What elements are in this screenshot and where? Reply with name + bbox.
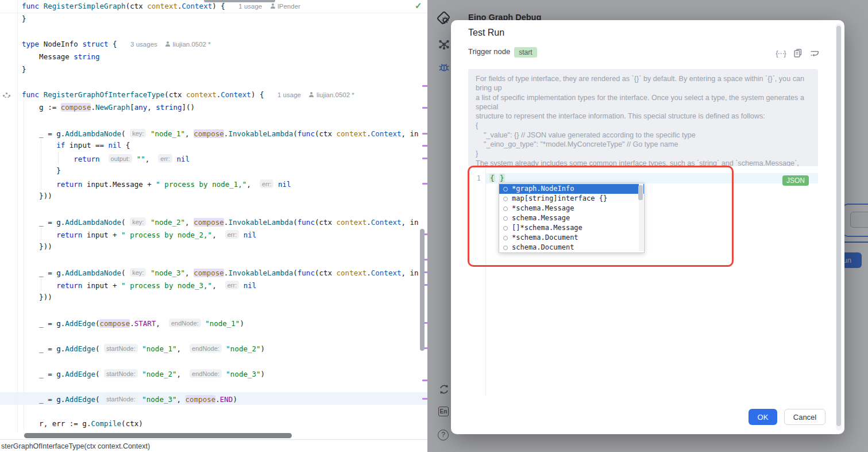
- app-root: func RegisterSimpleGraph(ctx context.Con…: [0, 0, 868, 452]
- code-line[interactable]: _ = g.AddLambdaNode( key: "node_2", comp…: [22, 215, 427, 228]
- code-line[interactable]: _ = g.AddEdge( startNode: "node_1", endN…: [22, 342, 427, 354]
- author-lens[interactable]: liujian.0502 *: [165, 41, 211, 48]
- dropdown-item[interactable]: schema.Message: [499, 213, 644, 223]
- code-line[interactable]: [22, 380, 427, 392]
- editor-line-content[interactable]: { }: [489, 173, 505, 183]
- change-marker: [422, 145, 427, 147]
- eino-graph-gutter-icon[interactable]: [2, 90, 11, 99]
- code-line[interactable]: g := compose.NewGraph[any, string](): [22, 101, 427, 114]
- close-brace: }: [499, 174, 505, 182]
- dropdown-scrollbar[interactable]: [639, 184, 643, 251]
- code-line[interactable]: }: [22, 63, 427, 76]
- type-radio-icon: [503, 246, 508, 250]
- change-marker: [422, 85, 427, 87]
- code-line[interactable]: }: [22, 13, 427, 25]
- code-line[interactable]: })): [22, 240, 427, 253]
- type-radio-icon: [503, 226, 508, 231]
- breadcrumb[interactable]: sterGraphOfInterfaceType(ctx context.Con…: [0, 439, 427, 452]
- change-marker: [422, 158, 427, 159]
- eino-debug-panel: Eino Graph Debug: [427, 0, 868, 452]
- code-line[interactable]: [22, 253, 427, 266]
- change-marker: [422, 133, 427, 135]
- code-line[interactable]: _ = g.AddEdge(compose.START, endNode: "n…: [22, 316, 427, 329]
- dropdown-item[interactable]: schema.Document: [499, 243, 644, 252]
- code-line[interactable]: _ = g.AddEdge( startNode: "node_2", endN…: [22, 367, 427, 380]
- test-run-modal: Test Run Trigger nodestart {⋯}: [451, 20, 844, 434]
- dropdown-item[interactable]: []*schema.Message: [499, 223, 644, 233]
- type-radio-icon: [503, 236, 508, 240]
- top-scroll-indicator[interactable]: [204, 0, 275, 2]
- dropdown-item[interactable]: *schema.Document: [499, 233, 644, 243]
- code-line[interactable]: _ = g.AddLambdaNode( key: "node_1", comp…: [22, 127, 427, 139]
- code-line[interactable]: })): [22, 190, 427, 202]
- code-line[interactable]: [22, 76, 427, 89]
- editor-gutter-separator: [485, 166, 486, 395]
- modal-scrollbar-thumb[interactable]: [836, 26, 841, 426]
- go-code-editor[interactable]: func RegisterSimpleGraph(ctx context.Con…: [0, 0, 427, 452]
- code-line[interactable]: return output: "", err: nil: [22, 152, 427, 164]
- change-marker: [422, 107, 427, 109]
- code-line[interactable]: }: [22, 164, 427, 177]
- line-number: 1: [468, 173, 481, 183]
- code-line[interactable]: func RegisterGraphOfInterfaceType(ctx co…: [22, 89, 427, 101]
- code-line[interactable]: return input + " process by node_3,", er…: [22, 278, 427, 291]
- code-area[interactable]: func RegisterSimpleGraph(ctx context.Con…: [0, 0, 427, 432]
- wrap-line-icon[interactable]: [809, 48, 820, 59]
- dropdown-item[interactable]: *schema.Message: [499, 204, 644, 213]
- author-icon: [270, 3, 275, 9]
- trigger-node-badge: start: [514, 47, 537, 58]
- open-brace: {: [489, 174, 495, 182]
- change-marker: [422, 398, 427, 400]
- author-lens[interactable]: liujian.0502 *: [309, 91, 354, 98]
- editor-vertical-scrollbar[interactable]: [420, 229, 425, 351]
- usages-lens[interactable]: 1 usage: [238, 3, 262, 10]
- type-radio-icon: [503, 216, 508, 221]
- editor-horizontal-scrollbar[interactable]: [24, 433, 292, 438]
- code-line[interactable]: type NodeInfo struct { 3 usagesliujian.0…: [22, 38, 427, 51]
- json-input-editor[interactable]: 1 { } JSON *graph.NodeInfomap[string]int…: [468, 166, 818, 396]
- change-marker: [422, 380, 427, 381]
- code-line[interactable]: r, err := g.Compile(ctx): [22, 417, 427, 430]
- change-marker: [422, 183, 427, 185]
- modal-title: Test Run: [468, 28, 504, 38]
- code-line[interactable]: _ = g.AddLambdaNode( key: "node_3", comp…: [22, 266, 427, 278]
- trigger-node-row: Trigger nodestart: [468, 47, 537, 60]
- author-icon: [165, 41, 171, 47]
- type-autocomplete-dropdown[interactable]: *graph.NodeInfomap[string]interface {}*s…: [499, 183, 645, 253]
- gutter-separator: [17, 0, 18, 432]
- code-line[interactable]: Message string: [22, 51, 427, 63]
- dropdown-item[interactable]: map[string]interface {}: [499, 194, 644, 204]
- code-line[interactable]: [22, 202, 427, 215]
- copy-icon[interactable]: [793, 48, 803, 59]
- code-line[interactable]: if input == nil {: [22, 139, 427, 152]
- ok-button[interactable]: OK: [749, 409, 777, 425]
- cancel-button[interactable]: Cancel: [784, 409, 825, 425]
- inspections-ok-icon[interactable]: ✓: [415, 1, 422, 11]
- breadcrumb-text: sterGraphOfInterfaceType(ctx context.Con…: [1, 442, 150, 450]
- usages-lens[interactable]: 3 usages: [130, 41, 157, 48]
- code-line[interactable]: [22, 114, 427, 127]
- type-radio-icon: [503, 187, 508, 191]
- code-line[interactable]: [22, 304, 427, 316]
- json-format-badge: JSON: [782, 175, 809, 186]
- code-line[interactable]: })): [22, 291, 427, 304]
- dropdown-item[interactable]: *graph.NodeInfo: [499, 184, 644, 194]
- format-json-icon[interactable]: {⋯}: [776, 48, 786, 59]
- author-icon: [309, 92, 314, 97]
- code-line[interactable]: [22, 25, 427, 38]
- code-line[interactable]: [22, 354, 427, 367]
- trigger-node-label: Trigger node: [468, 47, 510, 56]
- usages-lens[interactable]: 1 usage: [277, 91, 301, 98]
- code-line[interactable]: return input.Message + " process by node…: [22, 177, 427, 190]
- sticky-line-separator: [0, 13, 427, 13]
- code-line[interactable]: [22, 329, 427, 342]
- type-radio-icon: [503, 197, 508, 201]
- code-line[interactable]: return input + " process by node_2,", er…: [22, 228, 427, 240]
- active-line-highlight: [486, 173, 818, 183]
- code-line[interactable]: _ = g.AddEdge( startNode: "node_3", comp…: [0, 392, 427, 405]
- author-lens[interactable]: lPender: [270, 3, 300, 10]
- code-line[interactable]: [22, 405, 427, 417]
- type-radio-icon: [503, 206, 508, 211]
